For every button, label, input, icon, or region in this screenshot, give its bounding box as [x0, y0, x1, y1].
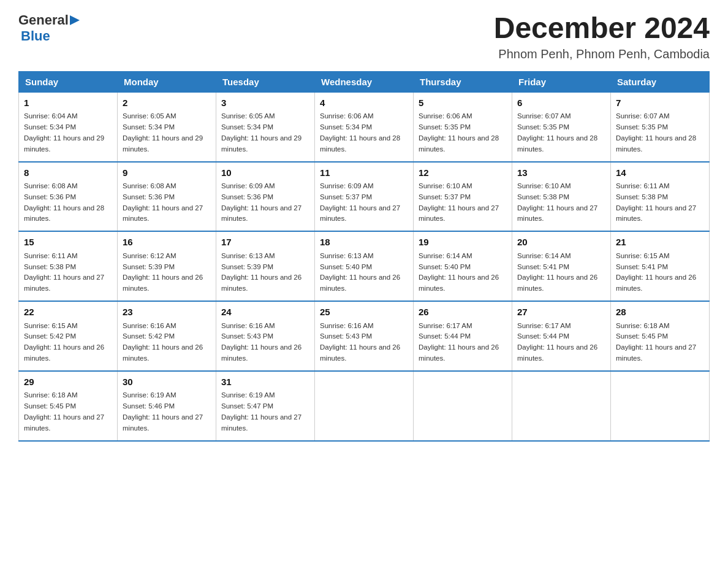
day-info: Sunrise: 6:16 AMSunset: 5:42 PMDaylight:…	[123, 321, 211, 364]
day-info: Sunrise: 6:15 AMSunset: 5:42 PMDaylight:…	[24, 321, 112, 364]
day-info: Sunrise: 6:19 AMSunset: 5:47 PMDaylight:…	[221, 390, 309, 434]
calendar-week-row: 1Sunrise: 6:04 AMSunset: 5:34 PMDaylight…	[19, 92, 710, 161]
day-info: Sunrise: 6:14 AMSunset: 5:40 PMDaylight:…	[419, 251, 507, 294]
day-number: 24	[221, 305, 309, 320]
calendar-day-cell: 2Sunrise: 6:05 AMSunset: 5:34 PMDaylight…	[118, 92, 216, 161]
day-info: Sunrise: 6:06 AMSunset: 5:35 PMDaylight:…	[419, 111, 507, 155]
calendar-header: SundayMondayTuesdayWednesdayThursdayFrid…	[19, 71, 710, 92]
calendar-day-cell: 12Sunrise: 6:10 AMSunset: 5:37 PMDayligh…	[414, 162, 512, 232]
day-number: 23	[123, 305, 211, 320]
day-number: 6	[517, 96, 605, 110]
day-number: 1	[24, 96, 112, 110]
day-number: 29	[24, 375, 112, 389]
calendar-day-cell: 28Sunrise: 6:18 AMSunset: 5:45 PMDayligh…	[611, 301, 710, 371]
day-info: Sunrise: 6:12 AMSunset: 5:39 PMDaylight:…	[123, 251, 211, 294]
day-number: 7	[616, 96, 704, 110]
day-number: 13	[517, 166, 605, 180]
day-info: Sunrise: 6:08 AMSunset: 5:36 PMDaylight:…	[24, 181, 112, 224]
day-number: 14	[616, 166, 704, 180]
day-number: 26	[419, 305, 507, 320]
day-info: Sunrise: 6:07 AMSunset: 5:35 PMDaylight:…	[517, 111, 605, 155]
calendar-week-row: 22Sunrise: 6:15 AMSunset: 5:42 PMDayligh…	[19, 301, 710, 371]
day-info: Sunrise: 6:10 AMSunset: 5:37 PMDaylight:…	[419, 181, 507, 224]
day-number: 30	[123, 375, 211, 389]
day-number: 11	[320, 166, 408, 180]
svg-marker-0	[70, 15, 80, 25]
day-number: 16	[123, 236, 211, 250]
calendar-day-cell	[315, 371, 414, 441]
day-number: 3	[221, 96, 309, 110]
day-info: Sunrise: 6:18 AMSunset: 5:45 PMDaylight:…	[24, 390, 112, 434]
day-number: 21	[616, 236, 704, 250]
day-info: Sunrise: 6:05 AMSunset: 5:34 PMDaylight:…	[221, 111, 309, 155]
calendar-day-cell: 9Sunrise: 6:08 AMSunset: 5:36 PMDaylight…	[118, 162, 216, 232]
day-header-friday: Friday	[512, 71, 611, 92]
day-info: Sunrise: 6:04 AMSunset: 5:34 PMDaylight:…	[24, 111, 112, 155]
calendar-day-cell: 29Sunrise: 6:18 AMSunset: 5:45 PMDayligh…	[19, 371, 118, 441]
calendar-day-cell: 30Sunrise: 6:19 AMSunset: 5:46 PMDayligh…	[118, 371, 216, 441]
logo: General Blue	[18, 12, 82, 44]
day-number: 10	[221, 166, 309, 180]
calendar-day-cell: 11Sunrise: 6:09 AMSunset: 5:37 PMDayligh…	[315, 162, 414, 232]
calendar-day-cell: 6Sunrise: 6:07 AMSunset: 5:35 PMDaylight…	[512, 92, 611, 161]
day-header-tuesday: Tuesday	[216, 71, 315, 92]
calendar-day-cell	[414, 371, 512, 441]
day-number: 20	[517, 236, 605, 250]
day-number: 19	[419, 236, 507, 250]
logo-general-text: General	[18, 12, 69, 28]
calendar-week-row: 15Sunrise: 6:11 AMSunset: 5:38 PMDayligh…	[19, 231, 710, 301]
calendar-day-cell: 7Sunrise: 6:07 AMSunset: 5:35 PMDaylight…	[611, 92, 710, 161]
day-number: 17	[221, 236, 309, 250]
day-info: Sunrise: 6:16 AMSunset: 5:43 PMDaylight:…	[221, 321, 309, 364]
calendar-day-cell	[611, 371, 710, 441]
calendar-day-cell: 25Sunrise: 6:16 AMSunset: 5:43 PMDayligh…	[315, 301, 414, 371]
calendar-day-cell: 13Sunrise: 6:10 AMSunset: 5:38 PMDayligh…	[512, 162, 611, 232]
calendar-day-cell: 8Sunrise: 6:08 AMSunset: 5:36 PMDaylight…	[19, 162, 118, 232]
calendar-body: 1Sunrise: 6:04 AMSunset: 5:34 PMDaylight…	[19, 92, 710, 440]
day-number: 18	[320, 236, 408, 250]
calendar-day-cell: 24Sunrise: 6:16 AMSunset: 5:43 PMDayligh…	[216, 301, 315, 371]
calendar-day-cell	[512, 371, 611, 441]
day-number: 2	[123, 96, 211, 110]
day-number: 4	[320, 96, 408, 110]
calendar-day-cell: 20Sunrise: 6:14 AMSunset: 5:41 PMDayligh…	[512, 231, 611, 301]
day-header-monday: Monday	[118, 71, 216, 92]
calendar-day-cell: 1Sunrise: 6:04 AMSunset: 5:34 PMDaylight…	[19, 92, 118, 161]
day-info: Sunrise: 6:11 AMSunset: 5:38 PMDaylight:…	[24, 251, 112, 294]
calendar-day-cell: 22Sunrise: 6:15 AMSunset: 5:42 PMDayligh…	[19, 301, 118, 371]
calendar-subtitle: Phnom Penh, Phnom Penh, Cambodia	[494, 47, 710, 61]
day-info: Sunrise: 6:10 AMSunset: 5:38 PMDaylight:…	[517, 181, 605, 224]
day-number: 31	[221, 375, 309, 389]
day-number: 8	[24, 166, 112, 180]
calendar-day-cell: 17Sunrise: 6:13 AMSunset: 5:39 PMDayligh…	[216, 231, 315, 301]
calendar-day-cell: 31Sunrise: 6:19 AMSunset: 5:47 PMDayligh…	[216, 371, 315, 441]
day-info: Sunrise: 6:11 AMSunset: 5:38 PMDaylight:…	[616, 181, 704, 224]
page-header: General Blue December 2024 Phnom Penh, P…	[18, 12, 710, 61]
day-info: Sunrise: 6:16 AMSunset: 5:43 PMDaylight:…	[320, 321, 408, 364]
calendar-table: SundayMondayTuesdayWednesdayThursdayFrid…	[18, 71, 710, 442]
calendar-day-cell: 19Sunrise: 6:14 AMSunset: 5:40 PMDayligh…	[414, 231, 512, 301]
calendar-day-cell: 14Sunrise: 6:11 AMSunset: 5:38 PMDayligh…	[611, 162, 710, 232]
calendar-day-cell: 16Sunrise: 6:12 AMSunset: 5:39 PMDayligh…	[118, 231, 216, 301]
calendar-day-cell: 5Sunrise: 6:06 AMSunset: 5:35 PMDaylight…	[414, 92, 512, 161]
calendar-day-cell: 4Sunrise: 6:06 AMSunset: 5:34 PMDaylight…	[315, 92, 414, 161]
calendar-day-cell: 18Sunrise: 6:13 AMSunset: 5:40 PMDayligh…	[315, 231, 414, 301]
day-number: 22	[24, 305, 112, 320]
day-number: 12	[419, 166, 507, 180]
calendar-day-cell: 23Sunrise: 6:16 AMSunset: 5:42 PMDayligh…	[118, 301, 216, 371]
calendar-day-cell: 15Sunrise: 6:11 AMSunset: 5:38 PMDayligh…	[19, 231, 118, 301]
day-number: 27	[517, 305, 605, 320]
day-number: 28	[616, 305, 704, 320]
day-header-saturday: Saturday	[611, 71, 710, 92]
day-info: Sunrise: 6:13 AMSunset: 5:40 PMDaylight:…	[320, 251, 408, 294]
day-info: Sunrise: 6:05 AMSunset: 5:34 PMDaylight:…	[123, 111, 211, 155]
day-info: Sunrise: 6:17 AMSunset: 5:44 PMDaylight:…	[419, 321, 507, 364]
day-info: Sunrise: 6:13 AMSunset: 5:39 PMDaylight:…	[221, 251, 309, 294]
calendar-day-cell: 3Sunrise: 6:05 AMSunset: 5:34 PMDaylight…	[216, 92, 315, 161]
logo-blue-text: Blue	[21, 28, 50, 44]
day-info: Sunrise: 6:15 AMSunset: 5:41 PMDaylight:…	[616, 251, 704, 294]
calendar-week-row: 8Sunrise: 6:08 AMSunset: 5:36 PMDaylight…	[19, 162, 710, 232]
day-info: Sunrise: 6:06 AMSunset: 5:34 PMDaylight:…	[320, 111, 408, 155]
day-number: 25	[320, 305, 408, 320]
calendar-title: December 2024	[494, 12, 710, 45]
